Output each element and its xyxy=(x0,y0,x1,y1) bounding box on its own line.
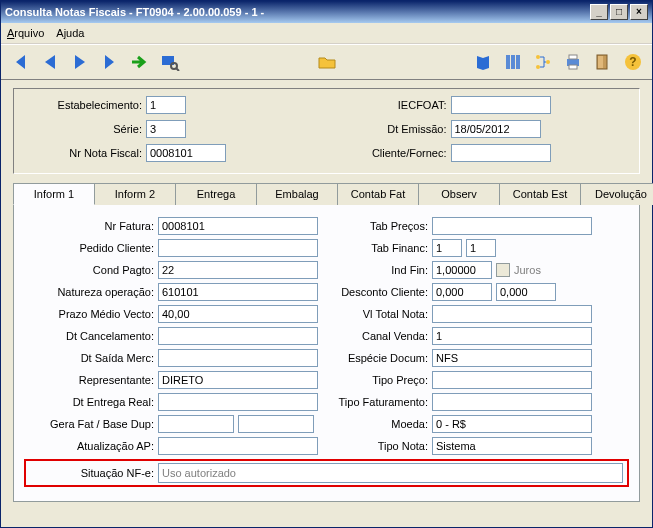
tab-contab-fat[interactable]: Contab Fat xyxy=(337,183,419,205)
gera-fat1-input[interactable] xyxy=(158,415,234,433)
book-icon[interactable] xyxy=(470,49,496,75)
ind-fin-input[interactable] xyxy=(432,261,492,279)
situacao-label: Situação NF-e: xyxy=(26,467,158,479)
menu-ajuda[interactable]: Ajuda xyxy=(56,27,84,39)
nr-nota-input[interactable] xyxy=(146,144,226,162)
first-record-icon[interactable] xyxy=(7,49,33,75)
tipo-nota-label: Tipo Nota: xyxy=(318,440,432,452)
nr-nota-label: Nr Nota Fiscal: xyxy=(22,147,142,159)
minimize-button[interactable]: _ xyxy=(590,4,608,20)
nr-fatura-label: Nr Fatura: xyxy=(24,220,158,232)
maximize-button[interactable]: □ xyxy=(610,4,628,20)
svg-rect-11 xyxy=(569,65,577,69)
tree-icon[interactable] xyxy=(530,49,556,75)
estabelecimento-input[interactable] xyxy=(146,96,186,114)
search-icon[interactable] xyxy=(157,49,183,75)
situacao-nfe-row: Situação NF-e: xyxy=(24,459,629,487)
especie-label: Espécie Docum: xyxy=(318,352,432,364)
vl-total-input[interactable] xyxy=(432,305,592,323)
cliente-fornec-input[interactable] xyxy=(451,144,551,162)
last-record-icon[interactable] xyxy=(97,49,123,75)
tab-entrega[interactable]: Entrega xyxy=(175,183,257,205)
svg-rect-10 xyxy=(569,55,577,59)
dt-emissao-label: Dt Emissão: xyxy=(327,123,447,135)
dt-cancel-input[interactable] xyxy=(158,327,318,345)
columns-icon[interactable] xyxy=(500,49,526,75)
svg-rect-3 xyxy=(506,55,510,69)
tab-financ-label: Tab Financ: xyxy=(318,242,432,254)
tipo-preco-input[interactable] xyxy=(432,371,592,389)
gera-fat2-input[interactable] xyxy=(238,415,314,433)
tab-inform1[interactable]: Inform 1 xyxy=(13,183,95,205)
desc-cliente-label: Desconto Cliente: xyxy=(318,286,432,298)
window-controls: _ □ × xyxy=(590,4,648,20)
title-bar: Consulta Notas Fiscais - FT0904 - 2.00.0… xyxy=(1,1,652,23)
especie-input[interactable] xyxy=(432,349,592,367)
dt-saida-input[interactable] xyxy=(158,349,318,367)
dt-entrega-label: Dt Entrega Real: xyxy=(24,396,158,408)
natureza-label: Natureza operação: xyxy=(24,286,158,298)
moeda-input[interactable] xyxy=(432,415,592,433)
estabelecimento-label: Estabelecimento: xyxy=(22,99,142,111)
svg-text:?: ? xyxy=(629,55,636,69)
cond-pagto-label: Cond Pagto: xyxy=(24,264,158,276)
serie-input[interactable] xyxy=(146,120,186,138)
help-icon[interactable]: ? xyxy=(620,49,646,75)
prazo-label: Prazo Médio Vecto: xyxy=(24,308,158,320)
dt-entrega-input[interactable] xyxy=(158,393,318,411)
print-icon[interactable] xyxy=(560,49,586,75)
menu-arquivo[interactable]: Arquivo xyxy=(7,27,44,39)
nr-fatura-input[interactable] xyxy=(158,217,318,235)
vl-total-label: Vl Total Nota: xyxy=(318,308,432,320)
tab-contab-est[interactable]: Contab Est xyxy=(499,183,581,205)
tipo-preco-label: Tipo Preço: xyxy=(318,374,432,386)
tipo-fatur-label: Tipo Faturamento: xyxy=(318,396,432,408)
exit-icon[interactable] xyxy=(590,49,616,75)
tipo-nota-input[interactable] xyxy=(432,437,592,455)
close-button[interactable]: × xyxy=(630,4,648,20)
atualiz-ap-input[interactable] xyxy=(158,437,318,455)
tab-devolucao[interactable]: Devolução xyxy=(580,183,653,205)
svg-point-8 xyxy=(546,60,550,64)
iecfoat-label: IECFOAT: xyxy=(327,99,447,111)
menu-bar: Arquivo Ajuda xyxy=(1,23,652,44)
cond-pagto-input[interactable] xyxy=(158,261,318,279)
serie-label: Série: xyxy=(22,123,142,135)
canal-venda-label: Canal Venda: xyxy=(318,330,432,342)
desc-cliente2-input[interactable] xyxy=(496,283,556,301)
iecfoat-input[interactable] xyxy=(451,96,551,114)
window-title: Consulta Notas Fiscais - FT0904 - 2.00.0… xyxy=(5,6,590,18)
tab-precos-label: Tab Preços: xyxy=(318,220,432,232)
prev-record-icon[interactable] xyxy=(37,49,63,75)
representante-input[interactable] xyxy=(158,371,318,389)
svg-line-2 xyxy=(176,68,179,71)
desc-cliente1-input[interactable] xyxy=(432,283,492,301)
tab-financ1-input[interactable] xyxy=(432,239,462,257)
prazo-input[interactable] xyxy=(158,305,318,323)
dt-saida-label: Dt Saída Merc: xyxy=(24,352,158,364)
tab-embalag[interactable]: Embalag xyxy=(256,183,338,205)
tab-financ2-input[interactable] xyxy=(466,239,496,257)
goto-icon[interactable] xyxy=(127,49,153,75)
situacao-input xyxy=(158,463,623,483)
svg-point-6 xyxy=(536,55,540,59)
next-record-icon[interactable] xyxy=(67,49,93,75)
juros-checkbox xyxy=(496,263,510,277)
svg-rect-4 xyxy=(511,55,515,69)
svg-rect-5 xyxy=(516,55,520,69)
representante-label: Representante: xyxy=(24,374,158,386)
folder-icon[interactable] xyxy=(314,49,340,75)
atualiz-ap-label: Atualização AP: xyxy=(24,440,158,452)
dt-cancel-label: Dt Cancelamento: xyxy=(24,330,158,342)
tab-precos-input[interactable] xyxy=(432,217,592,235)
pedido-cliente-input[interactable] xyxy=(158,239,318,257)
natureza-input[interactable] xyxy=(158,283,318,301)
juros-label: Juros xyxy=(514,264,541,276)
ind-fin-label: Ind Fin: xyxy=(318,264,432,276)
tab-observ[interactable]: Observ xyxy=(418,183,500,205)
canal-venda-input[interactable] xyxy=(432,327,592,345)
tipo-fatur-input[interactable] xyxy=(432,393,592,411)
dt-emissao-input[interactable] xyxy=(451,120,541,138)
toolbar: ? xyxy=(1,44,652,80)
tab-inform2[interactable]: Inform 2 xyxy=(94,183,176,205)
